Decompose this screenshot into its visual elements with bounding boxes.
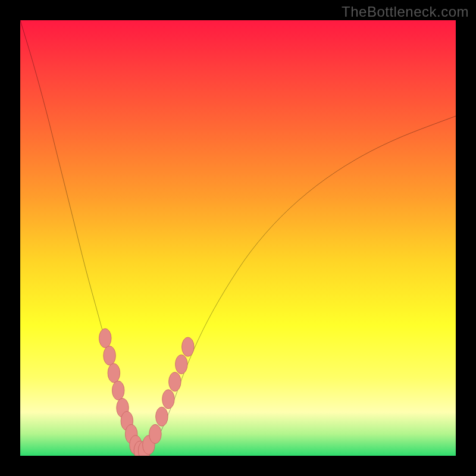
marker-dot (176, 355, 187, 374)
marker-dot (112, 381, 124, 400)
plot-gradient-area (20, 20, 456, 456)
watermark-text: TheBottleneck.com (342, 4, 469, 20)
marker-dot (104, 346, 115, 365)
marker-dot (169, 372, 181, 391)
marker-dot (108, 364, 120, 383)
marker-dot (149, 424, 161, 443)
bottleneck-curve (20, 20, 456, 452)
marker-dot (162, 390, 174, 409)
marker-dot (99, 328, 111, 347)
marker-dot (182, 337, 194, 356)
curve-svg (20, 20, 456, 456)
marker-dot (156, 407, 168, 426)
highlight-markers (99, 328, 194, 456)
chart-frame: TheBottleneck.com (0, 0, 476, 476)
